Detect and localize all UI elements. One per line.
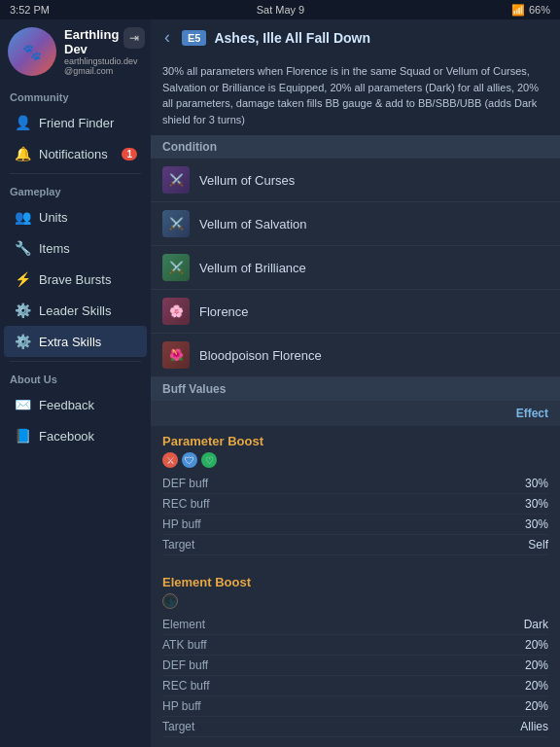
sidebar-item-friend-finder[interactable]: 👤 Friend Finder bbox=[4, 107, 147, 138]
buff-row-value: 20% bbox=[525, 638, 548, 652]
sidebar-item-brave-bursts[interactable]: ⚡ Brave Bursts bbox=[4, 264, 147, 295]
condition-item-vellum-curses[interactable]: ⚔️ Vellum of Curses bbox=[151, 159, 560, 202]
buff-section: Effect Parameter Boost ⚔ 🛡 ♡ DEF buff 30… bbox=[151, 401, 560, 747]
buff-group-element-boost: Element Boost 🌑 Element Dark ATK buff 20… bbox=[151, 567, 560, 741]
buff-row-value: Self bbox=[528, 538, 548, 551]
sidebar-item-items[interactable]: 🔧 Items bbox=[4, 232, 147, 264]
skill-description: 30% all parameters when Florence is in t… bbox=[151, 55, 560, 135]
buff-row-hp: HP buff 30% bbox=[162, 515, 548, 535]
param-icon-hp: ♡ bbox=[201, 452, 217, 468]
buff-row-value: 30% bbox=[525, 497, 548, 511]
sidebar-item-label: Extra Skills bbox=[39, 335, 101, 349]
facebook-icon: 📘 bbox=[14, 428, 31, 444]
avatar-bg: 🐾 bbox=[8, 27, 56, 76]
vellum-salvation-icon: ⚔️ bbox=[162, 210, 190, 237]
buff-row-value: Dark bbox=[524, 618, 548, 631]
battery-level: 66% bbox=[529, 4, 550, 16]
buff-group-parameter-boost: Parameter Boost ⚔ 🛡 ♡ DEF buff 30% REC b… bbox=[151, 426, 560, 559]
avatar: 🐾 bbox=[8, 27, 56, 76]
buff-row-label: Element bbox=[162, 618, 205, 631]
sidebar-item-label: Notifications bbox=[39, 147, 108, 161]
buff-row-target: Target Self bbox=[162, 535, 548, 555]
florence-icon: 🌸 bbox=[162, 298, 190, 325]
wifi-icon: 📶 bbox=[511, 4, 525, 17]
sidebar-item-units[interactable]: 👥 Units bbox=[4, 201, 147, 232]
brave-bursts-icon: ⚡ bbox=[14, 271, 31, 287]
sidebar-item-label: Brave Bursts bbox=[39, 272, 111, 287]
buff-row-label: HP buff bbox=[162, 699, 201, 713]
buff-row-def: DEF buff 20% bbox=[162, 656, 548, 676]
sidebar-item-facebook[interactable]: 📘 Facebook bbox=[4, 420, 147, 451]
buff-group-icons: ⚔ 🛡 ♡ bbox=[162, 452, 548, 468]
buff-row-rec: REC buff 20% bbox=[162, 676, 548, 696]
buff-row-label: HP buff bbox=[162, 517, 201, 531]
buff-table-header: Effect bbox=[151, 401, 560, 426]
sidebar-user-email: earthlingstudio.dev@gmail.com bbox=[64, 56, 143, 76]
leader-skills-icon: ⚙️ bbox=[14, 302, 31, 318]
condition-list: ⚔️ Vellum of Curses ⚔️ Vellum of Salvati… bbox=[151, 159, 560, 377]
status-date: Sat May 9 bbox=[257, 4, 305, 16]
buff-row-hp: HP buff 20% bbox=[162, 696, 548, 717]
buff-row-rec: REC buff 30% bbox=[162, 494, 548, 515]
sidebar-item-label: Feedback bbox=[39, 398, 94, 412]
buff-group-title: Parameter Boost bbox=[162, 434, 548, 448]
buff-row-label: DEF buff bbox=[162, 658, 208, 672]
back-button[interactable]: ‹ bbox=[160, 25, 174, 50]
buff-group-icons: 🌑 bbox=[162, 593, 548, 609]
vellum-curses-icon: ⚔️ bbox=[162, 166, 190, 194]
section-label-about: About Us bbox=[0, 366, 151, 389]
buff-row-label: REC buff bbox=[162, 679, 209, 693]
sidebar-item-label: Items bbox=[39, 241, 70, 256]
sidebar-divider-2 bbox=[10, 361, 141, 362]
section-label-community: Community bbox=[0, 84, 151, 107]
notifications-icon: 🔔 bbox=[14, 146, 31, 161]
sidebar-item-extra-skills[interactable]: ⚙️ Extra Skills bbox=[4, 326, 147, 357]
buff-row-value: 20% bbox=[525, 658, 548, 672]
skill-badge: E5 bbox=[182, 30, 206, 46]
items-icon: 🔧 bbox=[14, 240, 31, 256]
buff-row-label: DEF buff bbox=[162, 477, 208, 490]
param-icon-def: 🛡 bbox=[182, 452, 197, 468]
condition-item-florence[interactable]: 🌸 Florence bbox=[151, 290, 560, 334]
sidebar-item-label: Friend Finder bbox=[39, 116, 114, 130]
section-label-gameplay: Gameplay bbox=[0, 178, 151, 201]
param-icon-atk: ⚔ bbox=[162, 452, 178, 468]
condition-name: Vellum of Brilliance bbox=[199, 261, 306, 275]
status-time: 3:52 PM bbox=[10, 4, 50, 16]
buff-row-label: REC buff bbox=[162, 497, 209, 511]
bloodpoison-florence-icon: 🌺 bbox=[162, 341, 190, 369]
content-area: ‹ E5 Ashes, Ille All Fall Down 30% all p… bbox=[151, 19, 560, 747]
friend-finder-icon: 👤 bbox=[14, 115, 31, 130]
sidebar-item-label: Leader Skills bbox=[39, 303, 111, 318]
buff-group-title: Element Boost bbox=[162, 575, 548, 589]
avatar-icon: 🐾 bbox=[22, 43, 42, 61]
sidebar-item-feedback[interactable]: ✉️ Feedback bbox=[4, 389, 147, 420]
sidebar-nav-button[interactable]: ⇥ bbox=[123, 27, 145, 49]
element-icon-dark: 🌑 bbox=[162, 593, 178, 609]
vellum-brilliance-icon: ⚔️ bbox=[162, 254, 190, 281]
sidebar-item-notifications[interactable]: 🔔 Notifications 1 bbox=[4, 138, 147, 169]
effect-header: Effect bbox=[516, 407, 548, 420]
sidebar-item-leader-skills[interactable]: ⚙️ Leader Skills bbox=[4, 295, 147, 326]
units-icon: 👥 bbox=[14, 209, 31, 225]
buff-row-atk: ATK buff 20% bbox=[162, 635, 548, 656]
sidebar-header: 🐾 Earthling Dev earthlingstudio.dev@gmai… bbox=[0, 19, 151, 84]
buff-row-label: Target bbox=[162, 720, 194, 733]
sidebar-divider bbox=[10, 173, 141, 174]
skill-title: Ashes, Ille All Fall Down bbox=[214, 30, 370, 46]
buff-row-label: ATK buff bbox=[162, 638, 207, 652]
buff-row-value: 30% bbox=[525, 477, 548, 490]
status-bar: 3:52 PM Sat May 9 📶 66% bbox=[0, 0, 560, 19]
condition-name: Vellum of Salvation bbox=[199, 217, 307, 231]
buff-row-value: 20% bbox=[525, 679, 548, 693]
condition-item-vellum-brilliance[interactable]: ⚔️ Vellum of Brilliance bbox=[151, 246, 560, 290]
condition-name: Florence bbox=[199, 304, 249, 319]
buff-row-target: Target Allies bbox=[162, 717, 548, 737]
buff-row-label: Target bbox=[162, 538, 194, 551]
condition-item-vellum-salvation[interactable]: ⚔️ Vellum of Salvation bbox=[151, 202, 560, 246]
content-header: ‹ E5 Ashes, Ille All Fall Down bbox=[151, 19, 560, 55]
condition-item-bloodpoison-florence[interactable]: 🌺 Bloodpoison Florence bbox=[151, 334, 560, 377]
sidebar-item-label: Facebook bbox=[39, 429, 94, 444]
extra-skills-icon: ⚙️ bbox=[14, 334, 31, 349]
buff-row-def: DEF buff 30% bbox=[162, 474, 548, 494]
